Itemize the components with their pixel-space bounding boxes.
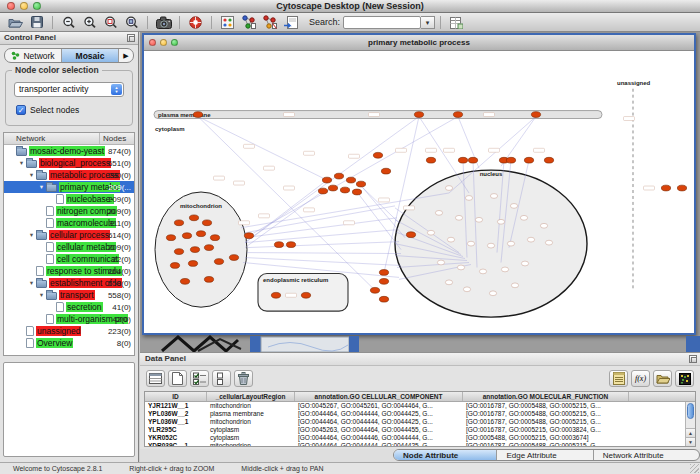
network-edge[interactable]	[363, 188, 405, 238]
tree-row[interactable]: unassigned223(0)	[4, 325, 134, 337]
network-node[interactable]	[166, 235, 175, 241]
network-node[interactable]	[468, 157, 477, 163]
zoom-in-icon[interactable]	[79, 14, 100, 31]
network-edge[interactable]	[247, 253, 401, 254]
network-node[interactable]	[487, 243, 494, 248]
network-node[interactable]	[453, 112, 462, 118]
expand-arrow-icon[interactable]: ▼	[37, 292, 46, 298]
network-node[interactable]	[214, 259, 223, 265]
network-canvas[interactable]: plasma membranecytoplasmmitochondrionnuc…	[144, 51, 694, 333]
unselect-attributes-icon[interactable]	[212, 370, 231, 387]
scrollbar-thumb[interactable]	[687, 403, 694, 419]
search-dropdown-button[interactable]: ▾	[421, 16, 435, 29]
tree-row[interactable]: macromolecule311(0)	[4, 217, 134, 229]
network-node[interactable]	[193, 112, 202, 118]
network-node[interactable]	[465, 196, 472, 201]
tree-row[interactable]: secretion41(0)	[4, 301, 134, 313]
network-node[interactable]	[370, 287, 379, 293]
close-button[interactable]	[7, 2, 15, 10]
new-attribute-icon[interactable]	[168, 370, 187, 387]
network-node[interactable]	[463, 287, 470, 292]
tab-network-attribute-browser[interactable]: Network Attribute Browser	[594, 450, 699, 460]
network-node[interactable]	[286, 242, 295, 248]
network-edge[interactable]	[245, 230, 397, 243]
network-node[interactable]	[414, 112, 423, 118]
create-view-icon[interactable]	[238, 14, 259, 31]
table-row[interactable]: YPL036W__1mitochondrion[GO:0044464, GO:0…	[145, 418, 685, 426]
column-header-id[interactable]: ID	[145, 392, 207, 401]
expand-arrow-icon[interactable]: ▼	[37, 184, 46, 190]
network-edge[interactable]	[247, 242, 399, 248]
network-node[interactable]	[507, 241, 514, 246]
network-node[interactable]	[490, 194, 497, 199]
network-node[interactable]	[489, 291, 496, 296]
network-node[interactable]	[457, 265, 464, 270]
tab-node-attribute-browser[interactable]: Node Attribute Browser	[394, 450, 497, 460]
network-node[interactable]	[244, 233, 253, 239]
network-node[interactable]	[510, 204, 517, 209]
zoom-button[interactable]	[171, 39, 178, 46]
tab-edge-attribute-browser[interactable]: Edge Attribute Browser	[497, 450, 593, 460]
zoom-button[interactable]	[33, 2, 41, 10]
network-node[interactable]	[426, 157, 435, 163]
import-network-icon[interactable]	[280, 14, 301, 31]
network-node[interactable]	[373, 152, 382, 158]
tree-row[interactable]: nitrogen compo209(0)	[4, 205, 134, 217]
network-view-window[interactable]: primary metabolic process plasma membran…	[142, 33, 696, 335]
network-node[interactable]	[379, 270, 388, 276]
network-node[interactable]	[475, 217, 482, 222]
network-node[interactable]	[196, 231, 205, 237]
close-button[interactable]	[149, 39, 156, 46]
network-node[interactable]	[479, 269, 486, 274]
attribute-table-icon[interactable]	[146, 370, 165, 387]
network-node[interactable]	[445, 280, 452, 285]
column-header-molecular-function[interactable]: annotation.GO MOLECULAR_FUNCTION	[463, 392, 629, 401]
tree-row[interactable]: nucleobase-209(0)	[4, 193, 134, 205]
snapshot-icon[interactable]	[153, 14, 174, 31]
table-row[interactable]: YKR052Ccytoplasm[GO:0044464, GO:0044446,…	[145, 434, 685, 442]
network-node[interactable]	[180, 278, 189, 284]
tab-mosaic[interactable]: Mosaic	[62, 49, 119, 62]
network-node[interactable]	[204, 277, 213, 283]
tree-row[interactable]: ▼transport558(0)	[4, 289, 134, 301]
resize-grip[interactable]	[690, 464, 699, 473]
table-scrollbar[interactable]: ▲ ▼	[685, 402, 695, 446]
import-attributes-icon[interactable]	[653, 370, 672, 387]
network-node[interactable]	[381, 168, 390, 174]
network-window-titlebar[interactable]: primary metabolic process	[144, 35, 694, 51]
attribute-editor-icon[interactable]	[609, 370, 628, 387]
tree-row[interactable]: ▼primary metabo209(...	[4, 181, 134, 193]
network-node[interactable]	[406, 232, 415, 238]
network-edge[interactable]	[198, 117, 327, 181]
network-node[interactable]	[174, 220, 183, 226]
network-node[interactable]	[437, 260, 444, 265]
minimize-button[interactable]	[20, 2, 28, 10]
expand-arrow-icon[interactable]: ▼	[27, 172, 36, 178]
network-node[interactable]	[352, 189, 361, 195]
network-node[interactable]	[346, 177, 355, 183]
network-node[interactable]	[455, 215, 462, 220]
network-node[interactable]	[501, 267, 508, 272]
window-titlebar[interactable]: Cytoscape Desktop (New Session)	[0, 0, 700, 13]
network-node[interactable]	[521, 261, 528, 266]
function-builder-icon[interactable]: f(x)	[631, 370, 650, 387]
network-node[interactable]	[379, 278, 388, 284]
expand-arrow-icon[interactable]: ▼	[17, 160, 26, 166]
column-network[interactable]: Network	[4, 133, 100, 144]
node-color-select[interactable]: transporter activity ▲▼	[14, 82, 124, 97]
network-node[interactable]	[447, 237, 454, 242]
column-nodes[interactable]: Nodes	[100, 133, 134, 144]
network-node[interactable]	[544, 157, 553, 163]
network-edge[interactable]	[245, 218, 397, 238]
float-panel-icon[interactable]	[689, 355, 697, 363]
expand-arrow-icon[interactable]: ▼	[27, 232, 36, 238]
tree-row[interactable]: ▼cellular process614(0)	[4, 229, 134, 241]
vizmapper-icon[interactable]	[217, 14, 238, 31]
network-node[interactable]	[229, 255, 238, 261]
save-session-icon[interactable]	[26, 14, 47, 31]
expand-arrow-icon[interactable]: ▼	[27, 280, 36, 286]
network-node[interactable]	[661, 185, 670, 191]
zoom-out-icon[interactable]	[58, 14, 79, 31]
tree-row[interactable]: Overview8(0)	[4, 337, 134, 349]
scroll-down-icon[interactable]: ▼	[686, 437, 695, 446]
